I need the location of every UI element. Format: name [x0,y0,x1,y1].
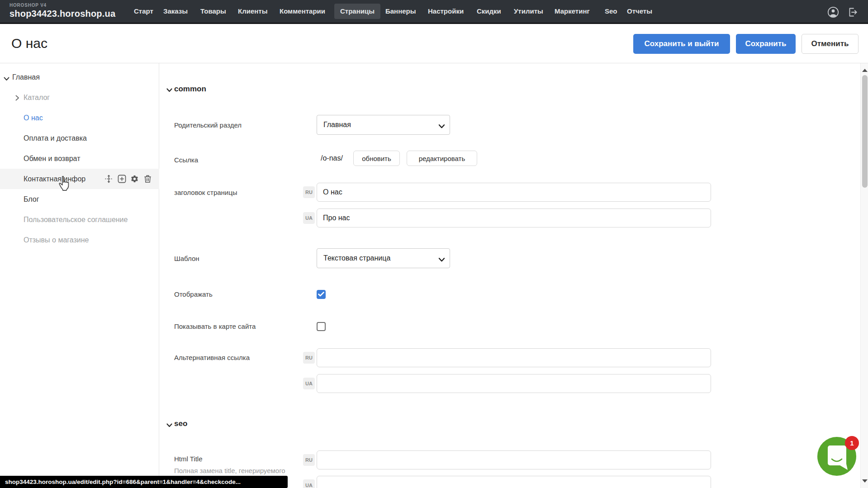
page-header: О нас Сохранить и выйти Сохранить Отмени… [0,24,868,63]
brand-domain: shop34423.horoshop.ua [9,8,115,19]
link-edit-button[interactable]: редактировать [407,151,477,166]
logout-icon[interactable] [846,6,858,18]
sidebar-item-label: Главная [12,67,40,87]
sidebar-item-label: Пользовательское соглашение [24,209,128,230]
sidebar-item-store-reviews[interactable]: Отзывы о магазине [0,230,159,250]
vertical-scrollbar[interactable] [860,63,868,488]
sidebar-item-exchange-return[interactable]: Обмен и возврат [0,148,159,169]
chevron-down-icon [438,123,445,131]
nav-item-reports[interactable]: Отчеты [627,0,652,23]
parent-section-value: Главная [323,115,351,134]
template-label: Шаблон [174,254,199,263]
html-title-ua-input[interactable] [317,476,711,488]
nav-item-seo[interactable]: Seo [605,0,617,23]
html-title-hint: Полная замена title, генерируемого [174,466,285,475]
template-select[interactable]: Текстовая страница [317,248,450,268]
parent-section-label: Родительский раздел [174,121,242,130]
sitemap-checkbox[interactable] [317,322,326,331]
brand-logo[interactable]: HOROSHOP V4 shop34423.horoshop.ua [9,3,115,19]
page-title-label: заголовок страницы [174,188,237,197]
template-value: Текстовая страница [323,249,390,268]
ru-badge: RU [303,454,315,466]
sidebar-item-label: Обмен и возврат [24,148,80,169]
scrollbar-thumb[interactable] [862,75,868,188]
nav-item-discounts[interactable]: Скидки [477,0,501,23]
sidebar-item-contact-info[interactable]: Контактная инфор [0,169,159,189]
page-title: О нас [11,36,47,51]
chevron-right-icon[interactable] [15,95,19,103]
scroll-up-icon[interactable] [862,69,868,72]
nav-item-settings[interactable]: Настройки [428,0,464,23]
ru-badge: RU [303,186,315,198]
sidebar-item-label: Каталог [24,87,50,108]
sidebar-item-home[interactable]: Главная [0,67,159,87]
cancel-button[interactable]: Отменить [802,34,859,54]
nav-item-products[interactable]: Товары [200,0,226,23]
scroll-down-icon[interactable] [862,479,868,483]
page-edit-form [160,64,860,488]
ua-badge: UA [303,212,315,224]
nav-item-pages[interactable]: Страницы [334,4,380,19]
sidebar-item-label: Контактная инфор [24,169,85,189]
chevron-down-icon[interactable] [4,75,9,83]
page-title-ua-input[interactable] [317,208,711,227]
sidebar-item-payment-delivery[interactable]: Оплата и доставка [0,128,159,148]
sidebar-item-user-agreement[interactable]: Пользовательское соглашение [0,209,159,230]
horoshop-admin-screen: HOROSHOP V4 shop34423.horoshop.ua Старт … [0,0,868,488]
ua-badge: UA [303,378,315,389]
section-seo-title[interactable]: seo [174,419,187,429]
save-button[interactable]: Сохранить [736,34,796,54]
move-icon[interactable] [104,175,113,183]
sidebar-item-label: Оплата и доставка [24,128,87,148]
alt-link-ua-input[interactable] [317,374,711,393]
sidebar-item-catalog[interactable]: Каталог [0,87,159,108]
sidebar-item-label: О нас [24,108,43,128]
nav-item-comments[interactable]: Комментарии [280,0,325,23]
html-title-label: Html Title [174,455,203,464]
hand-cursor [57,175,70,194]
brand-version: HOROSHOP V4 [9,3,115,8]
pages-tree-sidebar: Главная Каталог О нас Оплата и доставка … [0,63,159,488]
add-page-icon[interactable] [118,175,126,183]
section-common-chevron-icon[interactable] [166,86,172,94]
alt-link-label: Альтернативная ссылка [174,353,250,362]
nav-item-utilities[interactable]: Утилиты [514,0,543,23]
sidebar-item-blog[interactable]: Блог [0,189,159,209]
link-update-button[interactable]: обновить [353,151,400,166]
sitemap-label: Показывать в карте сайта [174,322,256,331]
display-checkbox[interactable] [317,290,326,299]
nav-item-marketing[interactable]: Маркетинг [555,0,590,23]
sidebar-item-label: Блог [24,189,39,209]
parent-section-select[interactable]: Главная [317,115,450,135]
nav-item-clients[interactable]: Клиенты [238,0,267,23]
display-label: Отображать [174,290,213,299]
section-common-title[interactable]: common [174,84,206,94]
nav-item-orders[interactable]: Заказы [163,0,188,23]
user-icon[interactable] [827,6,839,18]
delete-trash-icon[interactable] [143,175,152,183]
nav-item-banners[interactable]: Баннеры [385,0,416,23]
page-title-ru-input[interactable] [317,183,711,202]
status-url-tooltip: shop34423.horoshop.ua/edit/edit.php?id=6… [0,476,288,488]
html-title-ru-input[interactable] [317,450,711,469]
top-nav: HOROSHOP V4 shop34423.horoshop.ua Старт … [0,0,868,24]
alt-link-ru-input[interactable] [317,348,711,367]
nav-item-start[interactable]: Старт [134,0,153,23]
save-and-exit-button[interactable]: Сохранить и выйти [633,34,730,54]
ru-badge: RU [303,352,315,364]
link-label: Ссылка [174,156,198,165]
ua-badge: UA [303,479,315,488]
chat-unread-badge: 1 [845,436,859,450]
section-seo-chevron-icon[interactable] [166,421,172,429]
sidebar-item-about[interactable]: О нас [0,108,159,128]
chevron-down-icon [438,256,445,264]
link-path: /o-nas/ [321,151,343,166]
settings-gear-icon[interactable] [130,175,139,183]
sidebar-item-label: Отзывы о магазине [24,230,89,250]
